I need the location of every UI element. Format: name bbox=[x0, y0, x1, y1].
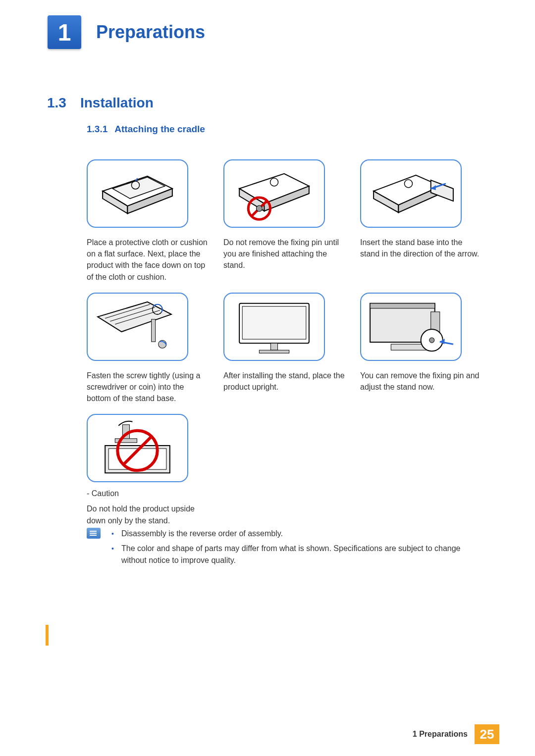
steps-grid: Place a protective cloth or cushion on a… bbox=[87, 159, 483, 536]
step-1: Place a protective cloth or cushion on a… bbox=[87, 159, 210, 283]
section-title: Installation bbox=[80, 95, 154, 111]
step-1-caption: Place a protective cloth or cushion on a… bbox=[87, 237, 210, 283]
step-3-caption: Insert the stand base into the stand in … bbox=[360, 237, 483, 259]
step-3-illustration bbox=[360, 159, 462, 228]
chapter-number-badge: 1 bbox=[48, 15, 81, 49]
step-1-illustration bbox=[87, 159, 188, 228]
section-heading: 1.3 Installation bbox=[47, 95, 154, 111]
note-icon bbox=[87, 528, 101, 539]
svg-rect-23 bbox=[152, 319, 156, 342]
note-item: Disassembly is the reverse order of asse… bbox=[111, 528, 478, 540]
svg-rect-26 bbox=[242, 306, 306, 339]
step-4-illustration bbox=[87, 293, 188, 361]
step-2: Do not remove the fixing pin until you a… bbox=[223, 159, 346, 283]
footer-page-number: 25 bbox=[475, 724, 499, 744]
subsection-heading: 1.3.1 Attaching the cradle bbox=[87, 124, 205, 135]
section-number: 1.3 bbox=[47, 95, 66, 111]
svg-marker-18 bbox=[98, 302, 171, 332]
chapter-title: Preparations bbox=[96, 22, 205, 43]
svg-rect-27 bbox=[270, 343, 277, 350]
chapter-banner: 1 Preparations bbox=[48, 15, 205, 50]
svg-marker-15 bbox=[431, 180, 453, 201]
page-footer: 1 Preparations 25 bbox=[413, 724, 499, 744]
note-item: The color and shape of parts may differ … bbox=[111, 543, 478, 566]
note-list: Disassembly is the reverse order of asse… bbox=[111, 528, 478, 569]
caution-text: Do not hold the product upside down only… bbox=[87, 503, 215, 526]
footer-breadcrumb: 1 Preparations bbox=[413, 730, 475, 739]
svg-point-34 bbox=[429, 338, 434, 343]
step-4: Fasten the screw tightly (using a screwd… bbox=[87, 293, 210, 404]
caution-illustration bbox=[87, 414, 188, 482]
subsection-number: 1.3.1 bbox=[87, 124, 107, 135]
svg-rect-28 bbox=[259, 350, 289, 353]
step-caution: - Caution Do not hold the product upside… bbox=[87, 414, 211, 526]
caution-label: - Caution bbox=[87, 489, 211, 498]
step-6-illustration bbox=[360, 293, 462, 361]
step-4-caption: Fasten the screw tightly (using a screwd… bbox=[87, 370, 210, 404]
step-5-illustration bbox=[223, 293, 325, 361]
svg-point-11 bbox=[256, 205, 262, 211]
svg-rect-30 bbox=[370, 303, 435, 308]
notes-block: Disassembly is the reverse order of asse… bbox=[87, 528, 478, 569]
step-6-caption: You can remove the fixing pin and adjust… bbox=[360, 370, 483, 393]
step-3: Insert the stand base into the stand in … bbox=[360, 159, 483, 283]
subsection-title: Attaching the cradle bbox=[114, 124, 205, 135]
step-6: You can remove the fixing pin and adjust… bbox=[360, 293, 483, 404]
step-2-caption: Do not remove the fixing pin until you a… bbox=[223, 237, 346, 271]
step-2-illustration bbox=[223, 159, 325, 228]
step-5-caption: After installing the stand, place the pr… bbox=[223, 370, 346, 393]
step-5: After installing the stand, place the pr… bbox=[223, 293, 346, 404]
side-accent-rule bbox=[46, 625, 49, 646]
